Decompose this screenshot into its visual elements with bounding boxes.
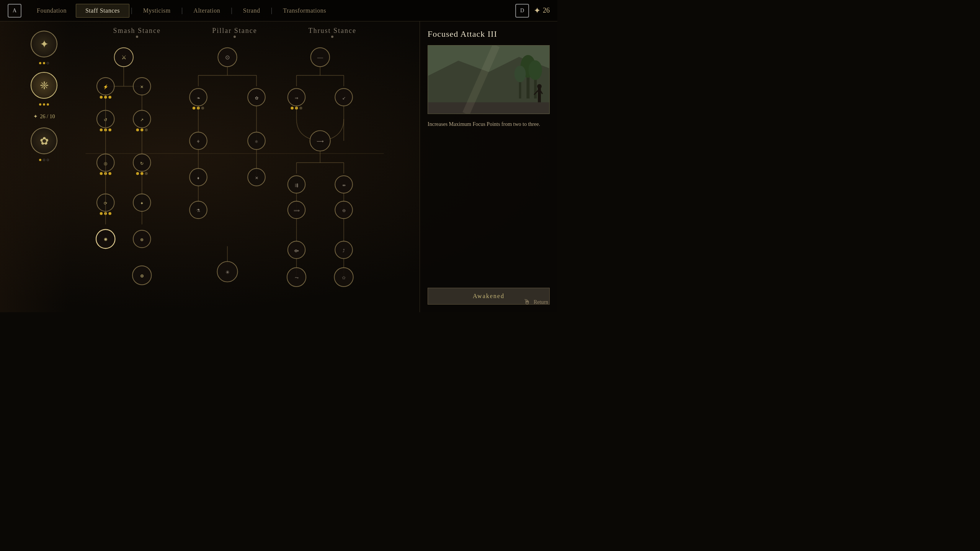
svg-text:⊙: ⊙ [225,54,230,60]
bottom-bar[interactable]: 🖱 Return [524,298,548,306]
right-controller-icon[interactable]: D [515,4,529,18]
pillar-dot-1 [193,107,196,110]
smash-dot-2 [104,96,107,99]
dot-7 [39,159,41,161]
svg-text:—: — [317,54,323,60]
dot-4 [39,103,41,106]
svg-text:⟹: ⟹ [294,208,300,213]
smash-dot-7 [100,172,103,175]
skill-tree-svg: ⚔ ⚡ ✕ ↺ ↗ [73,46,397,293]
skill-detail-title: Focused Attack III [428,29,550,39]
nav-item-foundation[interactable]: Foundation [28,4,76,17]
dot-6 [47,103,49,106]
svg-text:⚛: ⚛ [255,139,258,144]
smash-rdot-3 [145,129,148,132]
main-container: A Foundation Staff Stances | Mysticism |… [0,0,557,312]
svg-text:✺: ✺ [104,237,108,242]
smash-rdot-4 [136,172,139,175]
right-panel: Focused Attack III [420,21,557,312]
svg-text:✩: ✩ [342,275,346,280]
dot-8 [43,159,45,161]
svg-text:⇒: ⇒ [295,96,298,100]
svg-rect-79 [428,102,549,114]
smash-dot-12 [108,212,111,215]
svg-text:⊕: ⊕ [140,273,144,279]
nav-sep-1: | [129,7,134,15]
avatar-1-dots [39,62,49,64]
svg-point-78 [528,60,542,80]
svg-text:↗: ↗ [140,117,144,122]
avatar-2-icon: ❈ [40,79,49,92]
nav-sep-3: | [229,7,234,15]
stance-headers: Smash Stance Pillar Stance Thrust Stance [73,27,397,35]
avatar-2-dots [39,103,49,106]
return-icon: 🖱 [524,298,531,306]
dot-9 [47,159,49,161]
svg-text:⚡: ⚡ [103,84,109,90]
nav-item-strand[interactable]: Strand [234,4,270,17]
smash-dot-3 [108,96,111,99]
avatar-1[interactable]: ✦ [31,31,57,57]
svg-text:⊗: ⊗ [140,237,144,242]
avatar-2[interactable]: ❈ [31,72,57,99]
svg-text:❧: ❧ [197,96,200,100]
smash-dot-9 [108,172,111,175]
svg-text:♦: ♦ [197,176,199,180]
skill-description: Increases Maximum Focus Points from two … [428,120,550,288]
thrust-dot-1 [291,107,294,110]
svg-text:⟶: ⟶ [317,139,324,144]
svg-text:⚘: ⚘ [196,139,200,144]
skill-counter-icon: ✦ [33,113,38,120]
svg-text:⚗: ⚗ [196,208,200,213]
skill-image [428,45,550,114]
svg-text:⚔: ⚔ [121,54,126,60]
svg-point-76 [514,65,526,82]
skill-tree-area: Smash Stance Pillar Stance Thrust Stance… [73,27,397,297]
smash-rdot-2 [140,129,144,132]
avatar-3[interactable]: ✿ [31,127,57,154]
scene-svg [428,46,549,114]
return-label: Return [534,299,548,305]
left-sidebar: ✦ ❈ ✦ 26 / 10 ✿ [31,31,57,161]
svg-text:↻: ↻ [140,161,144,166]
nav-item-staff-stances[interactable]: Staff Stances [76,4,129,18]
nav-sep-2: | [180,7,185,15]
smash-rdot-6 [145,172,148,175]
smash-dot-6 [108,129,111,132]
thrust-stance-label: Thrust Stance [294,27,371,35]
left-controller-icon[interactable]: A [8,4,21,18]
smash-dot-1 [100,96,103,99]
dot-1 [39,62,41,64]
smash-dot-4 [100,129,103,132]
svg-text:⟴: ⟴ [294,248,299,253]
pillar-stance-label: Pillar Stance [196,27,273,35]
skill-points-display: ✦ 26 [534,6,550,16]
avatar-3-icon: ✿ [40,135,49,147]
nav-item-mysticism[interactable]: Mysticism [134,4,180,17]
dot-3 [47,62,49,64]
svg-text:✕: ✕ [255,176,258,180]
nav-item-alteration[interactable]: Alteration [184,4,229,17]
pillar-dot-3 [201,107,204,110]
svg-text:✳: ✳ [225,269,230,275]
nav-item-transformations[interactable]: Transformations [274,4,335,17]
avatar-1-icon: ✦ [40,38,49,51]
smash-rdot-5 [140,172,144,175]
svg-point-82 [537,84,542,89]
smash-rdot-1 [136,129,139,132]
thrust-dot-3 [299,107,302,110]
skill-points-icon: ✦ [534,6,541,16]
smash-dot-10 [100,212,103,215]
dot-5 [43,103,45,106]
nav-sep-4: | [270,7,274,15]
skill-counter: ✦ 26 / 10 [33,113,55,120]
svg-text:⤳: ⤳ [295,275,299,280]
svg-text:⊖: ⊖ [342,208,346,213]
svg-text:✿: ✿ [255,96,258,100]
avatar-3-dots [39,159,49,161]
svg-text:⤃: ⤃ [342,183,346,187]
svg-text:✕: ✕ [140,85,144,89]
svg-text:✦: ✦ [140,201,144,205]
dot-2 [43,62,45,64]
svg-text:↙: ↙ [342,96,346,100]
